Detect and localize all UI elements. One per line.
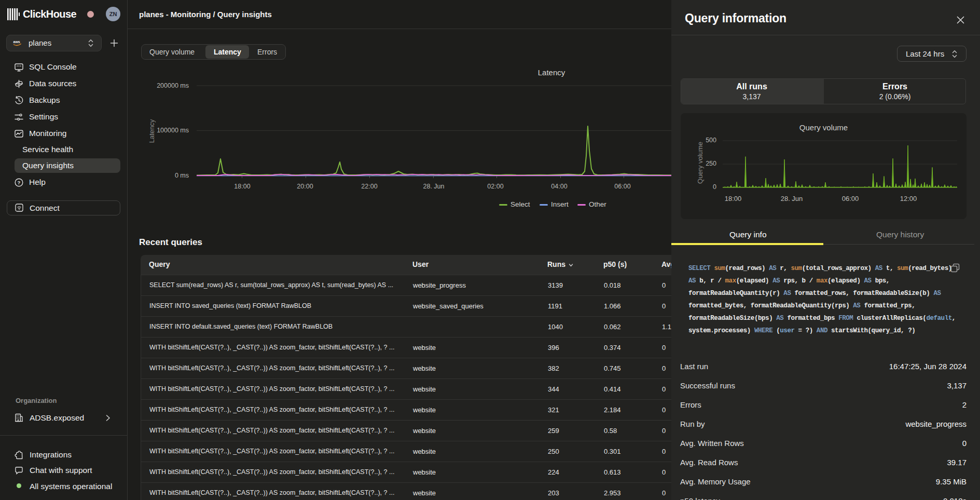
svg-text:?: ? bbox=[18, 180, 21, 185]
svg-text:aws: aws bbox=[13, 40, 20, 44]
